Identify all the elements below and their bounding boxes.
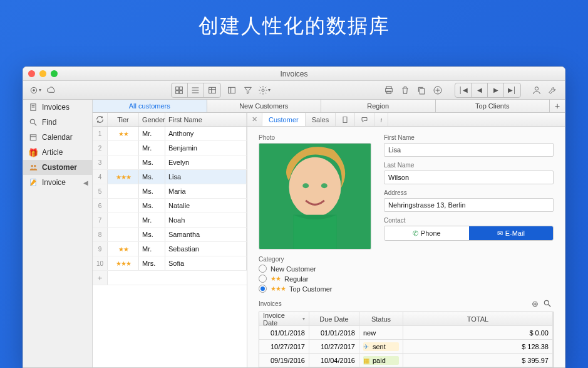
cell-first-name: Anthony (165, 127, 247, 140)
table-row[interactable]: 2Mr.Benjamin (93, 141, 247, 155)
svg-line-27 (34, 124, 37, 126)
minimize-icon[interactable] (39, 70, 46, 77)
detail-tab-customer[interactable]: Customer (262, 113, 306, 126)
invoice-row[interactable]: 10/27/201710/27/2017✈ sent$ 128.38 (259, 340, 553, 354)
nav-first-icon[interactable]: │◀ (455, 83, 472, 97)
email-button[interactable]: ✉E-Mail (469, 226, 554, 240)
sidebar-item-customer[interactable]: Customer (23, 160, 92, 175)
category-option[interactable]: ★★Regular (259, 275, 554, 283)
people-icon (28, 162, 38, 172)
close-icon[interactable] (28, 70, 35, 77)
list-view-icon[interactable] (188, 83, 204, 97)
cell-status: ▦ paid (359, 354, 403, 367)
copy-icon[interactable] (413, 83, 430, 97)
row-number: 8 (93, 228, 108, 241)
address-field[interactable]: Nehringstrasse 13, Berlin (384, 198, 554, 212)
col-status[interactable]: Status (359, 312, 403, 325)
invoice-row[interactable]: 09/19/201610/04/2016▦ paid$ 395.97 (259, 354, 553, 367)
table-row[interactable]: 3Ms.Evelyn (93, 155, 247, 170)
grid-view-icon[interactable] (172, 83, 188, 97)
sidebar-item-label: Article (42, 148, 63, 157)
row-number: 1 (93, 127, 108, 140)
first-name-field[interactable]: Lisa (384, 143, 554, 157)
add-tab-button[interactable]: + (550, 100, 565, 112)
wrench-icon[interactable] (545, 83, 561, 97)
invoice-row[interactable]: 01/01/201801/01/2018 new$ 0.00 (259, 326, 553, 340)
cell-first-name: Evelyn (165, 155, 247, 169)
close-tab-icon[interactable]: ✕ (247, 113, 262, 126)
add-icon[interactable] (430, 83, 446, 97)
category-label: Regular (284, 275, 309, 283)
col-gender[interactable]: Gender (139, 113, 165, 126)
user-icon[interactable] (529, 83, 545, 97)
inv-search-icon[interactable] (541, 298, 554, 309)
search-icon (28, 117, 38, 127)
tab-region[interactable]: Region (321, 100, 436, 112)
cloud-icon[interactable] (43, 83, 59, 97)
tab-top-clients[interactable]: Top Clients (436, 100, 550, 112)
inv-add-icon[interactable]: ⊕ (529, 298, 541, 309)
filter-icon[interactable] (240, 83, 256, 97)
svg-rect-33 (343, 117, 347, 122)
tab-all-customers[interactable]: All customers (93, 100, 207, 112)
table-row[interactable]: 10★★★Mrs.Sofia (93, 256, 247, 271)
refresh-icon[interactable] (93, 113, 108, 126)
category-option[interactable]: ★★★Top Customer (259, 285, 554, 293)
nav-prev-icon[interactable]: ◀ (472, 83, 488, 97)
comment-icon[interactable] (355, 113, 374, 126)
info-icon[interactable]: i (374, 113, 388, 126)
sidebar-item-label: Invoice (42, 178, 66, 187)
col-tier[interactable]: Tier (108, 113, 139, 126)
cell-tier (108, 199, 139, 213)
sidebar-item-calendar[interactable]: Calendar (23, 130, 92, 145)
row-number: 10 (93, 256, 108, 270)
nav-next-icon[interactable]: ▶ (488, 83, 504, 97)
svg-rect-3 (180, 87, 183, 90)
table-row[interactable]: 9★★Mr.Sebastian (93, 242, 247, 256)
nav-last-icon[interactable]: ▶│ (504, 83, 520, 97)
add-row-button[interactable]: + (93, 271, 247, 285)
gear-icon[interactable]: ▾ (256, 83, 272, 97)
table-row[interactable]: 4★★★Ms.Lisa (93, 170, 247, 184)
zoom-icon[interactable] (51, 70, 58, 77)
col-inv-date[interactable]: Invoice Date▾ (259, 312, 309, 325)
cell-tier (108, 141, 139, 155)
first-name-label: First Name (384, 134, 554, 141)
table-row[interactable]: 7Mr.Noah (93, 213, 247, 228)
paid-icon: ▦ (363, 357, 371, 364)
sidebar-item-article[interactable]: 🎁Article (23, 145, 92, 160)
page-icon[interactable] (336, 113, 355, 126)
cal-icon (28, 132, 38, 142)
last-name-field[interactable]: Wilson (384, 171, 554, 184)
print-icon[interactable] (381, 83, 397, 97)
table-row[interactable]: 8Ms.Samantha (93, 228, 247, 242)
table-view-icon[interactable] (204, 83, 220, 97)
sidebar-item-invoice[interactable]: Invoice◀ (23, 175, 92, 190)
trash-icon[interactable] (397, 83, 413, 97)
sidebar: InvoicesFindCalendar🎁ArticleCustomerInvo… (23, 100, 93, 367)
table-row[interactable]: 1★★Mr.Anthony (93, 127, 247, 141)
detail-tab-sales[interactable]: Sales (306, 113, 336, 126)
col-due-date[interactable]: Due Date (309, 312, 359, 325)
window-title: Invoices (23, 70, 565, 78)
sidebar-item-find[interactable]: Find (23, 115, 92, 130)
customer-photo[interactable] (259, 143, 371, 250)
cell-inv-date: 01/01/2018 (259, 326, 309, 339)
photo-label: Photo (259, 134, 371, 141)
table-row[interactable]: 5Ms.Maria (93, 184, 247, 199)
svg-rect-18 (420, 88, 424, 94)
table-row[interactable]: 6Ms.Natalie (93, 199, 247, 213)
sidebar-item-invoices[interactable]: Invoices (23, 100, 92, 115)
category-option[interactable]: New Customer (259, 265, 554, 273)
col-total[interactable]: TOTAL (403, 312, 553, 325)
col-first-name[interactable]: First Name (165, 113, 247, 126)
email-icon: ✉ (497, 229, 503, 238)
customer-table: Tier Gender First Name 1★★Mr.Anthony2Mr.… (93, 113, 247, 367)
phone-button[interactable]: ✆Phone (384, 226, 469, 240)
cell-status: new (359, 326, 403, 339)
target-icon[interactable]: ▾ (27, 83, 43, 97)
page-icon (28, 102, 38, 112)
toggle-sidebar-icon[interactable] (224, 83, 240, 97)
tab-new-customers[interactable]: New Customers (207, 100, 322, 112)
svg-line-40 (549, 305, 551, 307)
